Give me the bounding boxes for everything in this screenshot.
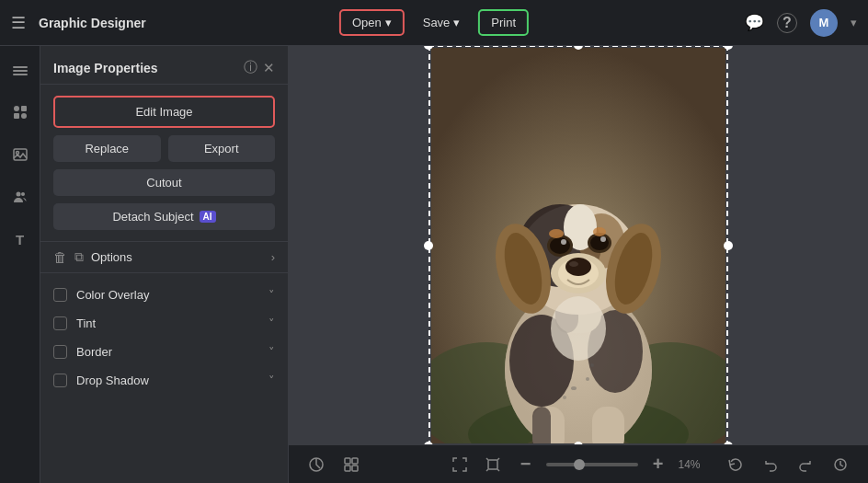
drop-shadow-checkbox[interactable]: [53, 374, 67, 387]
canvas-content[interactable]: [289, 46, 868, 444]
color-overlay-label: Color Overlay: [76, 288, 259, 302]
svg-rect-52: [352, 458, 358, 464]
svg-point-48: [563, 396, 566, 399]
svg-point-49: [590, 363, 594, 367]
copy-icon[interactable]: ⧉: [74, 249, 84, 265]
drop-shadow-chevron-icon: ˅: [268, 374, 275, 387]
toolbar-right-actions: [723, 452, 853, 477]
ai-badge: AI: [200, 211, 216, 223]
menu-icon[interactable]: ☰: [11, 13, 26, 33]
panel-title: Image Properties: [53, 61, 238, 75]
history-button[interactable]: [828, 452, 853, 477]
options-row[interactable]: 🗑 ⧉ Options ›: [40, 242, 288, 273]
redo-button[interactable]: [793, 452, 818, 477]
sidebar-item-text[interactable]: T: [6, 224, 35, 254]
cutout-button[interactable]: Cutout: [53, 169, 275, 196]
options-label: Options: [91, 250, 264, 264]
trash-icon[interactable]: 🗑: [53, 249, 67, 265]
border-label: Border: [76, 345, 259, 359]
svg-rect-2: [13, 74, 28, 75]
svg-point-3: [14, 106, 19, 111]
open-button[interactable]: Open ▾: [339, 9, 405, 36]
print-button[interactable]: Print: [478, 9, 529, 36]
avatar[interactable]: M: [810, 9, 838, 37]
sidebar-item-users[interactable]: [6, 182, 35, 212]
layers-toggle-button[interactable]: [303, 452, 329, 477]
export-button[interactable]: Export: [168, 135, 276, 162]
color-overlay-chevron-icon: ˅: [268, 288, 275, 302]
zoom-in-button[interactable]: +: [645, 452, 671, 477]
grid-toggle-button[interactable]: [338, 452, 364, 477]
help-icon[interactable]: ?: [777, 13, 797, 33]
svg-rect-55: [488, 460, 497, 469]
handle-middle-right[interactable]: [724, 241, 733, 250]
tint-chevron-icon: ˅: [268, 316, 275, 330]
fit-content-button[interactable]: [480, 452, 506, 477]
print-label: Print: [491, 16, 516, 29]
undo-button[interactable]: [758, 452, 783, 477]
svg-rect-21: [592, 407, 624, 443]
svg-point-47: [586, 377, 589, 381]
border-chevron-icon: ˅: [268, 345, 275, 359]
effects-list: Color Overlay ˅ Tint ˅ Border ˅ Drop Sha…: [40, 273, 288, 402]
zoom-out-button[interactable]: −: [513, 452, 539, 477]
zoom-level-display: 14%: [679, 458, 711, 471]
close-icon[interactable]: ✕: [263, 60, 275, 76]
handle-middle-left[interactable]: [424, 241, 433, 250]
replace-button[interactable]: Replace: [53, 135, 161, 162]
svg-rect-51: [345, 458, 350, 464]
reset-button[interactable]: [723, 452, 748, 477]
svg-point-36: [590, 236, 609, 250]
effect-row-tint[interactable]: Tint ˅: [40, 309, 288, 338]
header-right: 💬 ? M ▾: [745, 9, 857, 37]
svg-rect-53: [345, 466, 350, 471]
effect-row-color-overlay[interactable]: Color Overlay ˅: [40, 281, 288, 309]
drop-shadow-label: Drop Shadow: [76, 374, 259, 387]
sidebar-item-image[interactable]: [6, 140, 35, 169]
zoom-slider-thumb[interactable]: [574, 459, 585, 470]
svg-point-37: [561, 239, 566, 245]
save-label: Save: [423, 16, 451, 29]
canvas-area: − + 14%: [289, 46, 868, 483]
header: ☰ Graphic Designer Open ▾ Save ▾ Print 💬…: [0, 0, 868, 46]
chat-icon[interactable]: 💬: [745, 13, 764, 32]
svg-point-6: [21, 113, 27, 119]
svg-point-43: [549, 229, 564, 238]
svg-point-8: [16, 152, 18, 155]
selected-image-container[interactable]: [431, 48, 725, 443]
zoom-slider[interactable]: [546, 463, 638, 466]
svg-point-44: [593, 227, 606, 236]
svg-point-46: [571, 386, 577, 390]
handle-top-right[interactable]: [724, 46, 733, 50]
color-overlay-checkbox[interactable]: [53, 288, 67, 302]
sidebar-item-layers[interactable]: [6, 55, 35, 85]
info-icon[interactable]: ⓘ: [244, 59, 257, 76]
toolbar-left-actions: [303, 452, 364, 477]
svg-rect-4: [21, 106, 27, 111]
icon-sidebar: T: [0, 46, 40, 483]
svg-rect-54: [352, 466, 358, 471]
toolbar-center-zoom: − + 14%: [447, 452, 711, 477]
svg-point-45: [551, 296, 606, 361]
svg-point-38: [600, 236, 606, 242]
tint-label: Tint: [76, 316, 259, 330]
header-center-actions: Open ▾ Save ▾ Print: [339, 9, 529, 36]
properties-panel: Image Properties ⓘ ✕ Edit Image Replace …: [40, 46, 289, 483]
main-layout: T Image Properties ⓘ ✕ Edit Image Replac…: [0, 46, 868, 483]
detach-subject-button[interactable]: Detach Subject AI: [53, 203, 275, 230]
fit-to-screen-button[interactable]: [447, 452, 473, 477]
bottom-toolbar: − + 14%: [289, 444, 868, 483]
svg-point-35: [550, 237, 570, 254]
svg-point-42: [569, 261, 578, 267]
sidebar-item-elements[interactable]: [6, 98, 35, 127]
tint-checkbox[interactable]: [53, 316, 67, 330]
avatar-chevron-icon: ▾: [851, 16, 857, 29]
svg-point-41: [565, 258, 591, 276]
effect-row-border[interactable]: Border ˅: [40, 338, 288, 366]
edit-image-button[interactable]: Edit Image: [53, 96, 275, 128]
panel-action-buttons: Edit Image Replace Export Cutout Detach …: [40, 85, 288, 242]
border-checkbox[interactable]: [53, 345, 67, 359]
effect-row-drop-shadow[interactable]: Drop Shadow ˅: [40, 366, 288, 395]
svg-rect-5: [14, 113, 19, 119]
save-button[interactable]: Save ▾: [412, 11, 472, 34]
